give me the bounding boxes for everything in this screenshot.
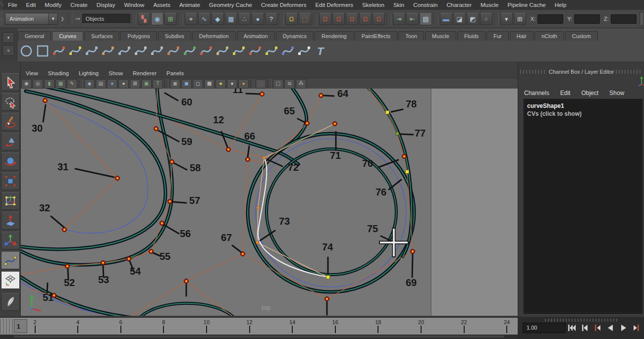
attach-curves-tool[interactable] (149, 44, 164, 59)
ipr-render-icon[interactable]: ◩ (467, 13, 479, 25)
pencil-curve-tool[interactable] (100, 44, 115, 59)
construction-history-icon[interactable]: ▤ (420, 13, 432, 25)
group-separator[interactable] (279, 13, 284, 25)
arc-three-point-tool[interactable] (133, 44, 148, 59)
collapse-arrow-icon[interactable]: ❯ (60, 16, 64, 21)
shelf-tab-hair[interactable]: Hair (510, 31, 534, 41)
select-rendering-icon[interactable]: ● (252, 13, 264, 25)
curve-editing-tool[interactable] (280, 44, 295, 59)
channel-box-content[interactable]: curveShape1 CVs (click to show) (524, 99, 643, 314)
menu-edit[interactable]: Edit (22, 0, 41, 10)
shelf-tab-switch-icon[interactable]: ▾ (2, 32, 14, 43)
coord-mode-arrow-icon[interactable]: ▾ (500, 13, 513, 25)
light-default-icon[interactable]: ● (227, 79, 237, 89)
menu-window[interactable]: Window (119, 0, 149, 10)
xray-mode-icon[interactable]: ⊠ (130, 79, 140, 89)
bezier-curve-tool[interactable] (84, 44, 99, 59)
render-view-icon[interactable]: ▬ (440, 13, 452, 25)
group-separator[interactable] (494, 13, 499, 25)
universal-manipulator-tool[interactable] (1, 192, 20, 210)
object-mode-icon[interactable]: ◉ (151, 13, 163, 25)
grease-pencil-icon[interactable]: ✎ (67, 79, 77, 89)
menu-file[interactable]: File (3, 0, 22, 10)
menu-skeleton[interactable]: Skeleton (358, 0, 389, 10)
select-tool[interactable] (1, 73, 20, 91)
time-slider[interactable]: 1 24681012141618202224 (0, 317, 518, 335)
input-connection-icon[interactable]: ⇥ (393, 13, 405, 25)
group-separator[interactable] (313, 13, 318, 25)
arc-two-point-tool[interactable] (116, 44, 132, 59)
channel-box-menu-edit[interactable]: Edit (560, 90, 571, 97)
add-points-tool[interactable] (296, 44, 312, 59)
coord-center-icon[interactable]: ⊞ (514, 13, 526, 25)
viewport-menu-shading[interactable]: Shading (43, 70, 74, 76)
shelf-tab-fluids[interactable]: Fluids (457, 31, 485, 41)
select-dynamics-icon[interactable]: ∴ (238, 13, 251, 25)
textured-mode-icon[interactable]: ▣ (141, 79, 152, 89)
light-gold-icon[interactable]: ● (238, 79, 249, 89)
channel-object-name[interactable]: curveShape1 (527, 102, 642, 109)
select-handles-icon[interactable]: ⌖ (185, 13, 197, 25)
hierarchy-mode-icon[interactable]: ▚ (138, 13, 150, 25)
smooth-shade-icon[interactable]: ▤ (96, 79, 106, 89)
sidebar-toggle-icon[interactable] (640, 12, 644, 26)
menu-skin[interactable]: Skin (389, 0, 409, 10)
select-misc-icon[interactable]: ? (265, 13, 277, 25)
camera-bookmark-icon[interactable]: ▮ (44, 79, 54, 89)
menu-display[interactable]: Display (92, 0, 120, 10)
lock-selection-icon[interactable]: Ω (285, 13, 298, 25)
menu-create-deformers[interactable]: Create Deformers (257, 0, 311, 10)
shelf-tab-rendering[interactable]: Rendering (315, 31, 354, 41)
play-backward-button[interactable] (604, 322, 617, 334)
share-view-icon[interactable]: ⁂ (296, 79, 306, 89)
group-separator[interactable] (433, 13, 438, 25)
menu-geometry-cache[interactable]: Geometry Cache (205, 0, 257, 10)
isolate-select-icon[interactable]: ⬚ (256, 79, 266, 89)
menu-assets[interactable]: Assets (149, 0, 175, 10)
light-on-icon[interactable]: ● (215, 79, 226, 89)
output-connection-icon[interactable]: ⇤ (406, 13, 419, 25)
step-forward-key-button[interactable] (630, 322, 643, 334)
current-frame-indicator[interactable]: 1 (14, 319, 27, 333)
menu-constrain[interactable]: Constrain (409, 0, 442, 10)
group-separator[interactable] (178, 13, 183, 25)
step-back-key-button[interactable] (591, 322, 604, 334)
viewport-menu-view[interactable]: View (21, 70, 43, 76)
insert-knot-tool[interactable] (182, 44, 197, 59)
make-live-surface-tool[interactable] (1, 271, 20, 289)
selection-mask-field[interactable]: Objects (82, 14, 130, 24)
shelf-tab-deformation[interactable]: Deformation (192, 31, 236, 41)
transparent-cube-icon[interactable]: ◻ (193, 79, 203, 89)
shelf-tab-fur[interactable]: Fur (486, 31, 509, 41)
channel-box-menu-show[interactable]: Show (609, 90, 624, 97)
select-curves-icon[interactable]: ∿ (198, 13, 211, 25)
rotate-tool[interactable] (1, 152, 20, 170)
extend-curve-tool[interactable] (198, 44, 214, 59)
panel-drag-dots[interactable] (520, 70, 547, 74)
menu-character[interactable]: Character (442, 0, 476, 10)
timeline-drag-handle[interactable] (0, 319, 13, 334)
shelf-menu-icon[interactable]: ≡ (2, 45, 14, 56)
channel-box-menu-channels[interactable]: Channels (524, 90, 549, 97)
range-slider[interactable] (0, 335, 518, 339)
snap-grid-icon[interactable]: Ω (319, 13, 331, 25)
maya-feather-tool[interactable] (1, 293, 20, 311)
menu-create[interactable]: Create (66, 0, 92, 10)
shelf-tab-polygons[interactable]: Polygons (120, 31, 157, 41)
collapse-group-icon[interactable]: ≡▾ (75, 16, 80, 21)
fillet-curve-tool[interactable] (231, 44, 246, 59)
wire-cube-icon[interactable]: ▢ (273, 79, 283, 89)
shelf-tab-surfaces[interactable]: Surfaces (84, 31, 119, 41)
menu-modify[interactable]: Modify (40, 0, 66, 10)
select-deformations-icon[interactable]: ▦ (225, 13, 237, 25)
current-time-field[interactable]: 1.00 (523, 323, 566, 333)
shelf-tab-painteffects[interactable]: PaintEffects (355, 31, 398, 41)
menu-edit-deformers[interactable]: Edit Deformers (311, 0, 358, 10)
panel-drag-dots[interactable] (616, 70, 643, 74)
text-display-icon[interactable]: T (153, 79, 163, 89)
menu-muscle[interactable]: Muscle (476, 0, 503, 10)
lasso-select-tool[interactable] (1, 93, 20, 111)
go-to-start-button[interactable] (565, 322, 578, 334)
offset-curve-tool[interactable] (215, 44, 230, 59)
viewport-menu-lighting[interactable]: Lighting (74, 70, 104, 76)
